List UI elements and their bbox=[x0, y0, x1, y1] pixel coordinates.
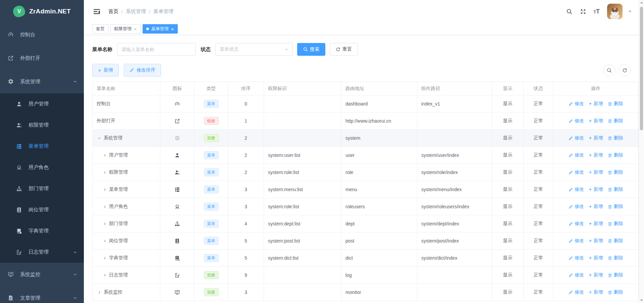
expand-arrow-icon[interactable] bbox=[102, 204, 107, 209]
edit-link[interactable]: 修改 bbox=[569, 204, 584, 210]
sidebar-item-5[interactable]: 菜单管理 bbox=[0, 136, 84, 157]
header-search-button[interactable] bbox=[566, 8, 573, 15]
add-link[interactable]: + 新增 bbox=[589, 255, 603, 261]
edit-icon bbox=[569, 290, 573, 295]
add-link[interactable]: + 新增 bbox=[589, 169, 603, 175]
trash-icon bbox=[608, 222, 612, 226]
delete-link[interactable]: 删除 bbox=[608, 289, 623, 295]
sidebar-item-4[interactable]: 权限管理 bbox=[0, 115, 84, 136]
edit-link[interactable]: 修改 bbox=[569, 135, 584, 141]
delete-link-label: 删除 bbox=[614, 135, 623, 141]
expand-arrow-icon[interactable] bbox=[102, 255, 107, 261]
breadcrumb-home[interactable]: 首页 bbox=[108, 8, 118, 15]
add-link[interactable]: + 新增 bbox=[589, 238, 603, 244]
add-link[interactable]: + 新增 bbox=[589, 186, 603, 192]
dict-book-icon bbox=[174, 255, 180, 261]
expand-arrow-icon[interactable] bbox=[97, 135, 102, 141]
edit-link[interactable]: 修改 bbox=[569, 272, 584, 278]
add-link[interactable]: + 新增 bbox=[589, 135, 603, 141]
sidebar-item-12[interactable]: 文章管理 bbox=[0, 286, 84, 303]
trash-icon bbox=[608, 187, 612, 192]
add-link-label: 新增 bbox=[594, 152, 603, 158]
user-menu-caret[interactable] bbox=[628, 9, 632, 13]
expand-arrow-icon[interactable] bbox=[97, 290, 102, 295]
sidebar-item-7[interactable]: 部门管理 bbox=[0, 178, 84, 199]
window-scrollbar[interactable] bbox=[639, 0, 644, 303]
edit-link-label: 修改 bbox=[575, 101, 584, 107]
edit-link[interactable]: 修改 bbox=[569, 255, 584, 261]
add-link[interactable]: + 新增 bbox=[589, 118, 603, 124]
delete-link[interactable]: 删除 bbox=[608, 204, 623, 210]
sidebar-item-0[interactable]: 控制台 bbox=[0, 23, 84, 46]
route-cell: user bbox=[341, 147, 417, 164]
expand-arrow-icon[interactable] bbox=[102, 187, 107, 192]
refresh-table-button[interactable] bbox=[619, 64, 631, 76]
edit-link[interactable]: 修改 bbox=[569, 152, 584, 158]
add-link[interactable]: + 新增 bbox=[589, 152, 603, 158]
close-icon[interactable]: × bbox=[171, 27, 174, 32]
route-cell: dashboard bbox=[341, 95, 417, 112]
delete-link[interactable]: 删除 bbox=[608, 118, 623, 124]
close-icon[interactable]: × bbox=[134, 27, 137, 32]
scrollbar-thumb[interactable] bbox=[640, 7, 643, 130]
delete-link[interactable]: 删除 bbox=[608, 272, 623, 278]
delete-link[interactable]: 删除 bbox=[608, 169, 623, 175]
expand-arrow-icon[interactable] bbox=[102, 238, 107, 244]
delete-link[interactable]: 删除 bbox=[608, 101, 623, 107]
edit-link[interactable]: 修改 bbox=[569, 221, 584, 227]
add-link[interactable]: + 新增 bbox=[589, 221, 603, 227]
fullscreen-button[interactable] bbox=[580, 8, 586, 15]
edit-icon bbox=[569, 239, 573, 243]
add-link[interactable]: + 新增 bbox=[589, 289, 603, 295]
sidebar-item-1[interactable]: 外部打开 bbox=[0, 46, 84, 70]
scroll-up-arrow[interactable] bbox=[640, 2, 643, 3]
edit-link[interactable]: 修改 bbox=[569, 101, 584, 107]
expand-arrow-icon[interactable] bbox=[102, 221, 107, 226]
search-button[interactable]: 搜索 bbox=[297, 43, 325, 56]
delete-link[interactable]: 删除 bbox=[608, 186, 623, 192]
status-select[interactable]: 菜单状态 bbox=[215, 43, 293, 56]
app-logo[interactable]: V ZrAdmin.NET bbox=[0, 0, 84, 23]
add-link-label: 新增 bbox=[594, 204, 603, 210]
delete-link[interactable]: 删除 bbox=[608, 152, 623, 158]
edit-link[interactable]: 修改 bbox=[569, 186, 584, 192]
sidebar-item-3[interactable]: 用户管理 bbox=[0, 93, 84, 115]
avatar[interactable] bbox=[607, 4, 623, 19]
tab-0[interactable]: 首页 bbox=[92, 24, 108, 34]
user-role-icon bbox=[16, 164, 22, 171]
sidebar-item-11[interactable]: 系统监控 bbox=[0, 263, 84, 286]
edit-link[interactable]: 修改 bbox=[569, 289, 584, 295]
edit-sort-button[interactable]: 修改排序 bbox=[124, 64, 161, 77]
expand-arrow-icon[interactable] bbox=[102, 153, 107, 158]
edit-link[interactable]: 修改 bbox=[569, 238, 584, 244]
table-header-row: 菜单名称图标类型排序权限标识路由地址组件路径显示状态操作 bbox=[93, 82, 638, 95]
menu-name-input[interactable] bbox=[117, 43, 196, 56]
reset-button[interactable]: 重置 bbox=[330, 43, 358, 56]
tab-2[interactable]: 菜单管理 × bbox=[143, 24, 178, 34]
add-link[interactable]: + 新增 bbox=[589, 204, 603, 210]
type-tag: 菜单 bbox=[204, 203, 219, 211]
sidebar-item-10[interactable]: 日志管理 bbox=[0, 242, 84, 263]
delete-link[interactable]: 删除 bbox=[608, 135, 623, 141]
toggle-search-button[interactable] bbox=[603, 64, 615, 76]
delete-link[interactable]: 删除 bbox=[608, 238, 623, 244]
add-link[interactable]: + 新增 bbox=[589, 272, 603, 278]
scroll-down-arrow[interactable] bbox=[640, 300, 643, 301]
log-edit-icon bbox=[16, 249, 22, 256]
sidebar-item-9[interactable]: 字典管理 bbox=[0, 220, 84, 242]
sidebar-item-8[interactable]: 岗位管理 bbox=[0, 199, 84, 220]
edit-link[interactable]: 修改 bbox=[569, 118, 584, 124]
sidebar-collapse-button[interactable] bbox=[93, 8, 100, 15]
tab-1[interactable]: 权限管理 × bbox=[110, 24, 141, 34]
font-size-button[interactable]: TT bbox=[594, 8, 600, 14]
sidebar-item-2[interactable]: 系统管理 bbox=[0, 70, 84, 93]
add-link[interactable]: + 新增 bbox=[589, 101, 603, 107]
add-button[interactable]: + 新增 bbox=[92, 64, 119, 77]
expand-arrow-icon[interactable] bbox=[102, 170, 107, 175]
app-root: V ZrAdmin.NET 控制台 外部打开 系统管理 用户管理 权限管理 菜单… bbox=[0, 0, 644, 303]
sidebar-item-6[interactable]: 用户角色 bbox=[0, 157, 84, 178]
delete-link[interactable]: 删除 bbox=[608, 255, 623, 261]
delete-link[interactable]: 删除 bbox=[608, 221, 623, 227]
expand-arrow-icon[interactable] bbox=[102, 272, 107, 278]
edit-link[interactable]: 修改 bbox=[569, 169, 584, 175]
